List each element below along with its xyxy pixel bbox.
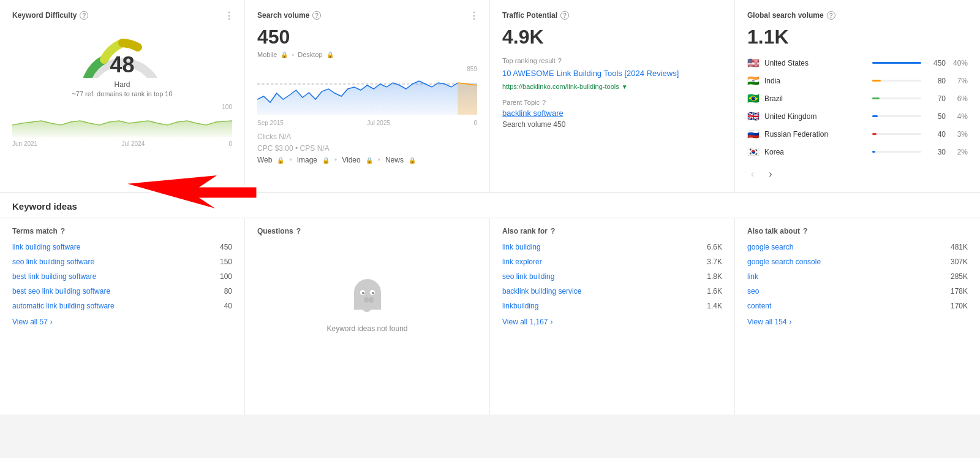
keyword-link[interactable]: seo link building software bbox=[12, 258, 94, 266]
web-lock-icon: 🔒 bbox=[277, 157, 284, 164]
tp-sv-label: Search volume 450 bbox=[502, 120, 722, 129]
country-percent: 3% bbox=[951, 130, 968, 139]
list-item: seo 178K bbox=[747, 287, 968, 296]
mobile-lock-icon: 🔒 bbox=[281, 52, 288, 58]
keyword-value: 178K bbox=[951, 287, 968, 296]
svg-point-7 bbox=[372, 292, 374, 294]
tp-parent-label: Parent Topic ? bbox=[502, 99, 722, 106]
sv-title: Search volume ? bbox=[257, 11, 477, 20]
also-talk-help-icon[interactable]: ? bbox=[803, 227, 807, 235]
kd-help-icon[interactable]: ? bbox=[80, 11, 88, 20]
country-name: Korea bbox=[764, 148, 867, 156]
sv-chart: 859 bbox=[257, 66, 477, 115]
country-flag: 🇺🇸 bbox=[747, 57, 760, 69]
video-lock-icon: 🔒 bbox=[366, 157, 373, 164]
keyword-link[interactable]: seo link building bbox=[502, 272, 554, 281]
also-talk-view-all[interactable]: View all 154 › bbox=[747, 318, 968, 326]
keyword-link[interactable]: backlink building service bbox=[502, 287, 581, 296]
gsv-prev-button[interactable]: ‹ bbox=[747, 167, 758, 181]
country-value: 80 bbox=[926, 77, 946, 85]
gsv-help-icon[interactable]: ? bbox=[827, 11, 835, 20]
country-value: 40 bbox=[926, 130, 946, 139]
also-rank-help-icon[interactable]: ? bbox=[551, 227, 555, 235]
terms-match-chevron: › bbox=[50, 318, 53, 326]
keyword-link[interactable]: link explorer bbox=[502, 258, 542, 266]
kd-sparkline: 100 Jun 2021 Jul 2024 0 bbox=[12, 104, 232, 140]
keyword-value: 285K bbox=[951, 272, 968, 281]
country-value: 450 bbox=[926, 59, 946, 67]
questions-help-icon[interactable]: ? bbox=[296, 227, 301, 235]
keyword-value: 450 bbox=[220, 243, 232, 251]
keyword-value: 307K bbox=[951, 258, 968, 266]
list-item: google search 481K bbox=[747, 243, 968, 251]
list-item: linkbuilding 1.4K bbox=[502, 302, 722, 310]
terms-match-view-all[interactable]: View all 57 › bbox=[12, 318, 232, 326]
search-volume-panel: Search volume ? ⋮ 450 Mobile 🔒 • Desktop… bbox=[245, 0, 490, 192]
tp-ranking-help-icon[interactable]: ? bbox=[558, 57, 562, 64]
list-item: backlink building service 1.6K bbox=[502, 287, 722, 296]
country-bar bbox=[872, 115, 878, 117]
country-list: 🇺🇸 United States 450 40% 🇮🇳 India 80 7% … bbox=[747, 57, 968, 158]
keyword-link[interactable]: google search console bbox=[747, 258, 821, 266]
country-percent: 4% bbox=[951, 112, 968, 121]
keyword-link[interactable]: link building bbox=[502, 243, 541, 251]
also-rank-view-all[interactable]: View all 1,167 › bbox=[502, 318, 722, 326]
terms-match-title: Terms match ? bbox=[12, 227, 232, 235]
country-bar-container bbox=[872, 133, 921, 135]
country-name: Russian Federation bbox=[764, 130, 867, 139]
sv-menu[interactable]: ⋮ bbox=[469, 10, 480, 21]
country-flag: 🇷🇺 bbox=[747, 128, 760, 140]
keyword-ideas-title: Keyword ideas bbox=[12, 201, 77, 212]
sv-types-row: Web 🔒 • Image 🔒 • Video 🔒 • News 🔒 bbox=[257, 156, 477, 164]
kd-menu[interactable]: ⋮ bbox=[224, 10, 235, 21]
keyword-link[interactable]: automatic link building software bbox=[12, 302, 115, 310]
keyword-link[interactable]: google search bbox=[747, 243, 793, 251]
country-bar bbox=[872, 80, 881, 82]
terms-match-help-icon[interactable]: ? bbox=[61, 227, 65, 235]
keyword-link[interactable]: best link building software bbox=[12, 272, 96, 281]
list-item: seo link building software 150 bbox=[12, 258, 232, 266]
country-percent: 2% bbox=[951, 148, 968, 156]
also-talk-chevron: › bbox=[790, 318, 792, 326]
country-name: United States bbox=[764, 59, 867, 67]
gsv-navigation: ‹ › bbox=[747, 164, 968, 181]
keyword-link[interactable]: link bbox=[747, 272, 758, 281]
also-talk-about-title: Also talk about ? bbox=[747, 227, 968, 235]
ghost-icon bbox=[349, 275, 386, 318]
country-percent: 7% bbox=[951, 77, 968, 85]
country-bar bbox=[872, 151, 875, 153]
svg-point-9 bbox=[369, 297, 374, 303]
questions-panel: Questions ? Keyword ideas not found bbox=[245, 218, 490, 414]
tp-parent-help-icon[interactable]: ? bbox=[542, 99, 546, 106]
country-bar bbox=[872, 97, 880, 99]
gsv-title: Global search volume ? bbox=[747, 11, 968, 20]
keyword-value: 3.7K bbox=[707, 258, 722, 266]
desktop-lock-icon: 🔒 bbox=[326, 52, 334, 58]
country-percent: 6% bbox=[951, 94, 968, 103]
tp-help-icon[interactable]: ? bbox=[560, 11, 569, 20]
kd-sublabel: ~77 ref. domains to rank in top 10 bbox=[72, 90, 172, 97]
tp-parent-link[interactable]: backlink software bbox=[502, 109, 564, 118]
country-bar-container bbox=[872, 97, 921, 99]
list-item: best seo link building software 80 bbox=[12, 287, 232, 296]
sv-clicks-row: Clicks N/A bbox=[257, 132, 477, 141]
gsv-value: 1.1K bbox=[747, 26, 968, 48]
terms-match-list: link building software 450 seo link buil… bbox=[12, 243, 232, 310]
sv-help-icon[interactable]: ? bbox=[312, 11, 321, 20]
terms-match-panel: Terms match ? link building software 450… bbox=[0, 218, 245, 414]
keyword-link[interactable]: content bbox=[747, 302, 771, 310]
list-item: automatic link building software 40 bbox=[12, 302, 232, 310]
keyword-link[interactable]: link building software bbox=[12, 243, 80, 251]
country-row: 🇷🇺 Russian Federation 40 3% bbox=[747, 128, 968, 140]
country-row: 🇮🇳 India 80 7% bbox=[747, 75, 968, 86]
keyword-link[interactable]: best seo link building software bbox=[12, 287, 110, 296]
tp-ranking-title[interactable]: 10 AWESOME Link Building Tools [2024 Rev… bbox=[502, 68, 722, 79]
gsv-next-button[interactable]: › bbox=[765, 167, 775, 181]
tp-value: 4.9K bbox=[502, 26, 722, 48]
sv-cpc-row: CPC $3.00 • CPS N/A bbox=[257, 144, 477, 153]
sv-chart-date-labels: Sep 2015 Jul 2025 0 bbox=[257, 120, 477, 126]
keyword-link[interactable]: linkbuilding bbox=[502, 302, 538, 310]
keyword-link[interactable]: seo bbox=[747, 287, 759, 296]
list-item: link building software 450 bbox=[12, 243, 232, 251]
traffic-potential-panel: Traffic Potential ? 4.9K Top ranking res… bbox=[490, 0, 735, 192]
